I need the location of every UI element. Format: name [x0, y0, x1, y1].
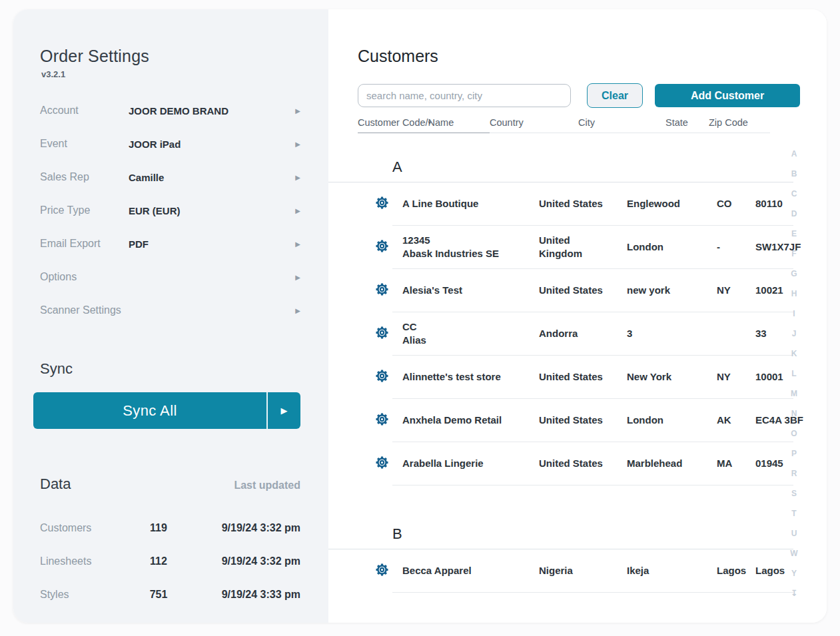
alphabet-index-letter[interactable]: S [791, 489, 797, 497]
customer-settings-gear-icon[interactable] [372, 194, 391, 213]
customer-row[interactable]: Arabella Lingerie United States Marblehe… [358, 442, 827, 485]
setting-row[interactable]: Sales Rep Camille ▶ [40, 160, 300, 194]
customer-settings-gear-icon[interactable] [372, 411, 391, 430]
data-header: Data Last updated [40, 476, 300, 493]
gear-cell [372, 368, 402, 386]
setting-row[interactable]: Account JOOR DEMO BRAND ▶ [40, 94, 300, 127]
alphabet-index-letter[interactable]: A [791, 150, 797, 158]
customer-row[interactable]: Alesia's Test United States new york NY … [358, 269, 827, 312]
setting-value: EUR (EUR) [129, 205, 291, 216]
sync-options-arrow-icon[interactable]: ▶ [268, 392, 300, 429]
customer-settings-gear-icon[interactable] [372, 454, 391, 473]
alphabet-index-letter[interactable]: B [791, 170, 797, 178]
customer-row[interactable]: Alinnette's test store United States New… [358, 356, 827, 399]
alphabet-index-letter[interactable]: F [791, 250, 796, 258]
customer-code-name: Becca Apparel [402, 564, 539, 577]
gear-cell [372, 561, 402, 580]
column-header-customer-code-name[interactable]: Customer Code/Name ▼ [358, 117, 490, 133]
gear-cell [372, 238, 402, 256]
alphabet-index-letter[interactable]: E [791, 230, 797, 238]
alphabet-index-letter[interactable]: C [791, 190, 797, 198]
app-window: Order Settings v3.2.1 Account JOOR DEMO … [13, 9, 827, 623]
sync-all-label[interactable]: Sync All [33, 392, 268, 429]
alphabet-index-letter[interactable]: L [791, 370, 796, 378]
chevron-right-icon: ▶ [291, 240, 300, 248]
alphabet-index-letter[interactable]: T [791, 509, 796, 517]
customer-code-name: Alesia's Test [402, 284, 539, 297]
data-sync-timestamp: 9/19/24 3:32 pm [189, 555, 300, 567]
data-sync-label: Customers [40, 522, 129, 534]
alphabet-index-letter[interactable]: K [791, 350, 797, 358]
alphabet-index-letter[interactable]: R [791, 470, 797, 477]
data-sync-row: Linesheets 112 9/19/24 3:32 pm [40, 545, 300, 578]
gear-cell [372, 324, 402, 343]
alphabet-index-letter[interactable]: G [791, 270, 797, 278]
customer-city: Ikeja [627, 564, 717, 577]
data-sync-timestamp: 9/19/24 3:32 pm [189, 522, 300, 534]
search-input[interactable] [358, 84, 571, 107]
alphabet-index-letter[interactable]: J [792, 330, 797, 338]
customer-code-name: Alinnette's test store [402, 370, 539, 384]
setting-label: Email Export [40, 238, 129, 250]
alphabet-index-scrubber[interactable]: ABCDEFGHIJKLMNOPRSTUWY↧ [788, 150, 800, 597]
customer-settings-gear-icon[interactable] [372, 561, 391, 580]
alphabet-index-letter[interactable]: Y [791, 569, 797, 577]
column-header-zip-code[interactable]: Zip Code [709, 117, 770, 133]
setting-label: Scanner Settings [40, 304, 129, 316]
section-rows: Becca Apparel Nigeria Ikeja Lagos Lagos [358, 549, 827, 593]
alphabet-index-letter[interactable]: ↧ [791, 589, 797, 597]
customer-settings-gear-icon[interactable] [372, 238, 391, 256]
alphabet-index-letter[interactable]: O [791, 430, 797, 438]
setting-row[interactable]: Price Type EUR (EUR) ▶ [40, 194, 300, 227]
sort-desc-icon[interactable]: ▼ [427, 120, 432, 127]
customer-state: AK [717, 414, 755, 427]
data-sync-count: 119 [129, 522, 189, 534]
alphabet-index-letter[interactable]: P [791, 450, 797, 458]
customer-row[interactable]: 12345Abask Industries SE United Kingdom … [358, 226, 827, 269]
sync-all-button[interactable]: Sync All ▶ [33, 392, 300, 429]
customer-row[interactable]: CCAlias Andorra 3 33 [358, 312, 827, 356]
alphabet-index-letter[interactable]: U [791, 529, 797, 537]
customer-code-name: CCAlias [402, 320, 539, 348]
table-header: Customer Code/Name ▼ Country City State … [358, 117, 827, 133]
alphabet-index-letter[interactable]: I [793, 310, 795, 318]
customer-zip: 10001 [755, 370, 815, 384]
add-customer-button[interactable]: Add Customer [655, 84, 800, 107]
alphabet-index-letter[interactable]: N [791, 410, 797, 418]
data-sync-row: Styles 751 9/19/24 3:33 pm [40, 578, 300, 611]
data-heading: Data [40, 476, 234, 493]
customer-state: NY [717, 284, 755, 297]
setting-value: JOOR DEMO BRAND [129, 105, 291, 117]
column-header-country[interactable]: Country [490, 117, 578, 133]
column-header-state[interactable]: State [665, 117, 709, 133]
alphabet-index-letter[interactable]: M [791, 390, 797, 398]
customer-state: Lagos [717, 564, 755, 577]
customer-city: new york [627, 284, 717, 297]
clear-button[interactable]: Clear [587, 83, 643, 108]
customer-code-name: Anxhela Demo Retail [402, 414, 539, 427]
setting-row[interactable]: Email Export PDF ▶ [40, 227, 300, 260]
customer-row[interactable]: Anxhela Demo Retail United States London… [358, 399, 827, 442]
letter-section: A A Line Boutique United States Engle [358, 159, 827, 485]
customer-row[interactable]: Becca Apparel Nigeria Ikeja Lagos Lagos [358, 549, 827, 593]
column-header-city[interactable]: City [578, 117, 665, 133]
customer-row[interactable]: A Line Boutique United States Englewood … [358, 182, 827, 226]
customer-settings-gear-icon[interactable] [372, 281, 391, 300]
page-title: Customers [358, 47, 827, 66]
order-settings-sidebar: Order Settings v3.2.1 Account JOOR DEMO … [13, 9, 328, 623]
setting-row[interactable]: Scanner Settings ▶ [40, 294, 300, 327]
customer-settings-gear-icon[interactable] [372, 324, 391, 343]
alphabet-index-letter[interactable]: H [791, 290, 797, 298]
data-sync-label: Linesheets [40, 555, 129, 567]
setting-row[interactable]: Options ▶ [40, 260, 300, 294]
customer-settings-gear-icon[interactable] [372, 368, 391, 386]
setting-label: Price Type [40, 204, 129, 216]
alphabet-index-letter[interactable]: D [791, 210, 797, 218]
setting-label: Event [40, 138, 129, 150]
letter-section: B Becca Apparel Nigeria Ikeja Lag [358, 525, 827, 593]
customer-state: - [717, 240, 755, 254]
setting-row[interactable]: Event JOOR iPad ▶ [40, 127, 300, 160]
alphabet-index-letter[interactable]: W [790, 549, 797, 557]
chevron-right-icon: ▶ [291, 107, 300, 115]
last-updated-label: Last updated [234, 479, 300, 491]
